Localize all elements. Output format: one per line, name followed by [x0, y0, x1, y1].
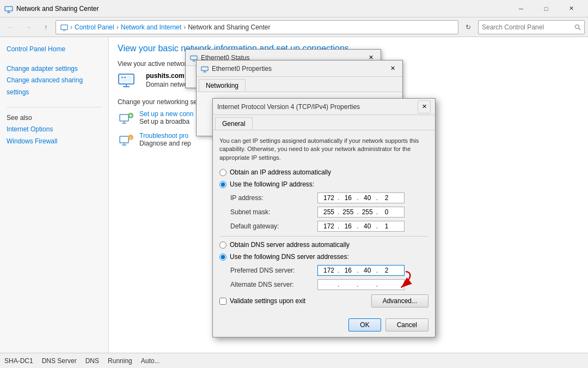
- network-grid: pushits.com Domain network: [118, 72, 579, 89]
- title-bar-left: Network and Sharing Center: [4, 4, 99, 13]
- change-section: Change your networking set Set up a new …: [118, 98, 579, 149]
- network-graphic: [118, 73, 135, 88]
- network-item: pushits.com Domain network: [146, 72, 193, 89]
- setup-icon: [119, 111, 134, 126]
- status-item-3: DNS: [85, 357, 99, 365]
- sidebar-item-adapter[interactable]: Change adapter settings: [7, 63, 102, 75]
- action-desc-1: Set up a broadba: [139, 118, 193, 125]
- breadcrumb-icon: [60, 23, 68, 31]
- sidebar-item-internet-options[interactable]: Internet Options: [7, 124, 102, 136]
- title-bar-controls: ─ □ ✕: [509, 0, 584, 17]
- sidebar-item-firewall[interactable]: Windows Firewall: [7, 136, 102, 148]
- search-input[interactable]: [482, 23, 574, 31]
- breadcrumb-current: Network and Sharing Center: [188, 23, 270, 31]
- action-text-1: Set up a new conn Set up a broadba: [139, 110, 193, 125]
- network-name: pushits.com: [146, 72, 193, 80]
- sidebar: Control Panel Home Change adapter settin…: [0, 37, 109, 353]
- forward-button[interactable]: →: [21, 20, 36, 34]
- troubleshoot-icon: !: [119, 133, 134, 148]
- status-item-1: SHA-DC1: [4, 357, 33, 365]
- back-button[interactable]: ←: [3, 20, 19, 34]
- content-area: View your basic network information and …: [109, 37, 588, 353]
- svg-rect-21: [120, 136, 128, 143]
- svg-point-7: [575, 25, 579, 28]
- change-title: Change your networking set: [118, 98, 579, 106]
- action-item-2: ! Troubleshoot pro Diagnose and rep: [118, 132, 579, 149]
- window-icon: [4, 4, 13, 13]
- action-link-1[interactable]: Set up a new conn: [139, 110, 193, 118]
- active-networks-label: View your active networks: [118, 60, 579, 68]
- breadcrumb-control-panel[interactable]: Control Panel: [75, 23, 114, 31]
- status-item-4: Running: [108, 357, 132, 365]
- see-also-title: See also: [7, 114, 102, 122]
- breadcrumb-arrow-2: ›: [117, 23, 119, 31]
- sidebar-see-also: See also Internet Options Windows Firewa…: [7, 107, 102, 147]
- svg-rect-4: [61, 25, 68, 29]
- action-icon-2: !: [118, 132, 135, 149]
- status-item-5: Auto...: [141, 357, 160, 365]
- sidebar-item-home[interactable]: Control Panel Home: [7, 44, 102, 56]
- svg-line-8: [579, 28, 581, 30]
- maximize-button[interactable]: □: [534, 0, 559, 17]
- status-bar: SHA-DC1 DNS Server DNS Running Auto...: [0, 353, 588, 368]
- breadcrumb-arrow-1: ›: [70, 23, 72, 31]
- window-title: Network and Sharing Center: [16, 5, 99, 13]
- minimize-button[interactable]: ─: [509, 0, 534, 17]
- breadcrumb-arrow-3: ›: [183, 23, 186, 31]
- search-icon: [574, 24, 581, 31]
- close-button[interactable]: ✕: [559, 0, 584, 17]
- breadcrumb: › Control Panel › Network and Internet ›…: [56, 20, 458, 34]
- status-item-2: DNS Server: [42, 357, 77, 365]
- action-desc-2: Diagnose and rep: [139, 140, 191, 147]
- address-bar: ← → ↑ › Control Panel › Network and Inte…: [0, 17, 588, 37]
- up-button[interactable]: ↑: [38, 20, 53, 34]
- action-link-2[interactable]: Troubleshoot pro: [139, 132, 188, 140]
- search-bar: [478, 20, 585, 34]
- action-icon-1: [118, 110, 135, 128]
- action-text-2: Troubleshoot pro Diagnose and rep: [139, 132, 191, 147]
- svg-rect-15: [120, 114, 128, 121]
- title-bar: Network and Sharing Center ─ □ ✕: [0, 0, 588, 17]
- svg-rect-14: [124, 77, 126, 78]
- svg-rect-3: [6, 8, 11, 10]
- breadcrumb-network-internet[interactable]: Network and Internet: [121, 23, 181, 31]
- svg-rect-12: [120, 76, 132, 82]
- content-title: View your basic network information and …: [118, 44, 579, 53]
- sidebar-nav: Control Panel Home Change adapter settin…: [7, 44, 102, 98]
- network-icon: [118, 72, 135, 89]
- svg-rect-13: [121, 77, 123, 78]
- refresh-button[interactable]: ↻: [461, 20, 476, 34]
- sidebar-item-sharing[interactable]: Change advanced sharing settings: [7, 75, 102, 98]
- action-item-1: Set up a new conn Set up a broadba: [118, 110, 579, 128]
- main-area: Control Panel Home Change adapter settin…: [0, 37, 588, 353]
- network-type: Domain network: [146, 81, 193, 88]
- svg-text:!: !: [130, 136, 132, 141]
